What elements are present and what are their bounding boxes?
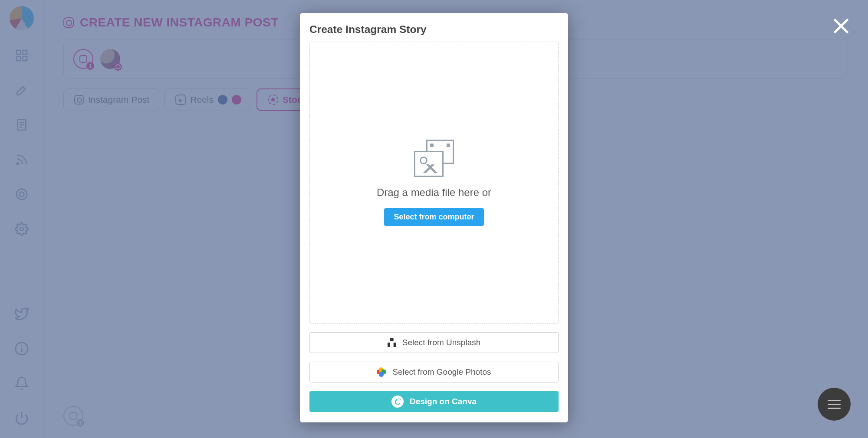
svg-rect-2 bbox=[16, 57, 20, 61]
instagram-icon bbox=[74, 95, 84, 105]
instagram-icon bbox=[232, 95, 241, 105]
button-label: Design on Canva bbox=[410, 397, 477, 406]
cananva-icon: C bbox=[391, 396, 404, 408]
button-label: Select from Google Photos bbox=[392, 367, 491, 377]
sidebar-nav bbox=[14, 48, 30, 237]
select-from-computer-button[interactable]: Select from computer bbox=[384, 208, 483, 226]
facebook-icon bbox=[218, 95, 227, 105]
media-dropzone[interactable]: Drag a media file here or Select from co… bbox=[309, 42, 559, 324]
sidebar-item-dashboard[interactable] bbox=[14, 48, 30, 63]
tab-reels[interactable]: Reels bbox=[164, 88, 252, 111]
svg-rect-0 bbox=[16, 50, 20, 54]
select-from-unsplash-button[interactable]: Select from Unsplash bbox=[309, 332, 559, 353]
svg-point-8 bbox=[16, 163, 18, 164]
hamburger-icon bbox=[828, 404, 841, 405]
footer-account[interactable]: 1 bbox=[63, 406, 83, 426]
svg-point-10 bbox=[19, 192, 24, 197]
svg-rect-3 bbox=[23, 57, 26, 61]
sidebar-bottom bbox=[14, 306, 30, 438]
sidebar-item-rss[interactable] bbox=[14, 152, 30, 167]
create-story-modal: Create Instagram Story Drag a media file… bbox=[300, 13, 568, 422]
close-modal-button[interactable] bbox=[832, 16, 851, 36]
media-placeholder-icon bbox=[414, 140, 454, 177]
info-icon[interactable] bbox=[14, 341, 30, 356]
account-avatar[interactable] bbox=[100, 49, 120, 69]
instagram-icon bbox=[63, 17, 74, 28]
fab-menu-button[interactable] bbox=[818, 388, 851, 421]
instagram-icon bbox=[69, 412, 77, 420]
app-logo[interactable] bbox=[10, 6, 34, 30]
sidebar-item-settings[interactable] bbox=[14, 221, 30, 237]
reels-icon bbox=[175, 95, 186, 105]
sidebar bbox=[0, 0, 43, 438]
button-label: Select from Unsplash bbox=[402, 338, 481, 347]
select-from-google-photos-button[interactable]: Select from Google Photos bbox=[309, 362, 559, 382]
svg-point-15 bbox=[21, 345, 22, 346]
bell-icon[interactable] bbox=[14, 376, 30, 391]
tab-instagram-post[interactable]: Instagram Post bbox=[63, 88, 160, 111]
svg-point-9 bbox=[16, 189, 27, 199]
account-badge: 1 bbox=[86, 62, 94, 70]
svg-rect-1 bbox=[23, 50, 26, 54]
dropzone-text: Drag a media file here or bbox=[377, 186, 491, 199]
tab-label: Reels bbox=[190, 95, 214, 105]
unsplash-icon bbox=[388, 338, 396, 347]
power-icon[interactable] bbox=[14, 410, 30, 426]
page-title: CREATE NEW INSTAGRAM POST bbox=[80, 16, 279, 29]
instagram-badge-icon bbox=[114, 63, 122, 71]
tab-label: Instagram Post bbox=[88, 95, 149, 105]
footer-badge: 1 bbox=[76, 419, 84, 427]
instagram-icon bbox=[79, 55, 87, 63]
account-placeholder[interactable]: 1 bbox=[73, 49, 93, 69]
svg-point-12 bbox=[20, 227, 23, 231]
story-icon bbox=[268, 95, 278, 105]
sidebar-item-analytics[interactable] bbox=[14, 186, 30, 202]
design-on-canva-button[interactable]: C Design on Canva bbox=[309, 391, 559, 412]
sidebar-item-compose[interactable] bbox=[14, 82, 30, 98]
modal-title: Create Instagram Story bbox=[309, 23, 559, 36]
google-photos-icon bbox=[377, 367, 386, 377]
twitter-icon[interactable] bbox=[14, 306, 30, 322]
sidebar-item-content[interactable] bbox=[14, 117, 30, 133]
